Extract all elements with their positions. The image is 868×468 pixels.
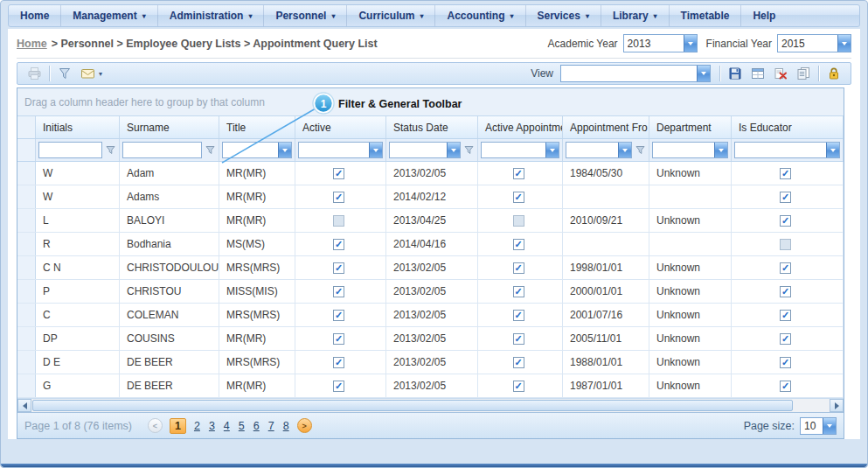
- clear-filter-icon[interactable]: [772, 65, 789, 82]
- active-checkbox[interactable]: ✓: [333, 381, 344, 392]
- page-size-value[interactable]: [801, 418, 823, 434]
- filter-combo-active-appointme[interactable]: [481, 142, 559, 158]
- active-appointme-checkbox[interactable]: ✓: [513, 333, 524, 345]
- active-checkbox[interactable]: ✓: [333, 262, 344, 274]
- is-educator-checkbox[interactable]: ✓: [780, 262, 791, 274]
- column-header-active-appointme[interactable]: Active Appointme: [478, 116, 563, 138]
- active-appointme-checkbox[interactable]: ✓: [513, 381, 524, 392]
- menu-item-library[interactable]: Library▾: [601, 5, 670, 26]
- pager-page-current[interactable]: 1: [170, 418, 186, 434]
- scroll-left-button[interactable]: [17, 399, 31, 412]
- active-appointme-checkbox[interactable]: ✓: [513, 192, 524, 203]
- chevron-down-icon[interactable]: [618, 143, 631, 157]
- chevron-down-icon[interactable]: [714, 143, 727, 157]
- active-appointme-checkbox[interactable]: ✓: [513, 168, 524, 179]
- active-checkbox[interactable]: ✓: [333, 192, 344, 203]
- menu-item-administration[interactable]: Administration▾: [158, 5, 265, 26]
- pager-page-link[interactable]: 5: [239, 420, 245, 432]
- chevron-down-icon[interactable]: [697, 66, 710, 81]
- menu-item-accounting[interactable]: Accounting▾: [435, 5, 525, 26]
- financial-year-value[interactable]: [778, 35, 837, 52]
- is-educator-checkbox[interactable]: ✓: [780, 286, 791, 297]
- row-indicator[interactable]: [17, 351, 36, 374]
- pager-page-link[interactable]: 2: [194, 420, 200, 432]
- active-checkbox[interactable]: ✓: [333, 168, 344, 179]
- save-icon[interactable]: [726, 65, 744, 82]
- filter-input-initials[interactable]: [38, 142, 102, 158]
- chevron-down-icon[interactable]: [545, 143, 559, 157]
- row-indicator[interactable]: [17, 185, 36, 208]
- is-educator-checkbox[interactable]: ✓: [780, 381, 791, 392]
- active-appointme-checkbox[interactable]: ✓: [513, 286, 524, 297]
- is-educator-checkbox[interactable]: ✓: [780, 357, 791, 368]
- menu-item-help[interactable]: Help: [741, 5, 787, 26]
- active-appointme-checkbox[interactable]: [513, 215, 524, 227]
- chevron-down-icon[interactable]: [826, 143, 839, 157]
- filter-combo-title[interactable]: [222, 142, 292, 158]
- chevron-down-icon[interactable]: [684, 35, 697, 52]
- report-icon[interactable]: [795, 65, 812, 82]
- active-checkbox[interactable]: ✓: [333, 310, 344, 321]
- filter-funnel-icon[interactable]: [635, 144, 646, 156]
- column-header-status-date[interactable]: Status Date: [386, 116, 478, 138]
- column-header-surname[interactable]: Surname: [120, 116, 219, 138]
- menu-item-services[interactable]: Services▾: [526, 5, 601, 26]
- is-educator-checkbox[interactable]: ✓: [780, 215, 791, 227]
- filter-input-status-date[interactable]: [390, 143, 447, 157]
- pager-page-link[interactable]: 4: [224, 420, 230, 432]
- is-educator-checkbox[interactable]: ✓: [780, 333, 791, 345]
- active-checkbox[interactable]: ✓: [333, 333, 344, 345]
- filter-combo-active[interactable]: [298, 142, 383, 158]
- row-indicator[interactable]: [17, 374, 36, 397]
- filter-input-active-appointme[interactable]: [482, 143, 545, 157]
- filter-icon[interactable]: [56, 65, 73, 82]
- financial-year-select[interactable]: [777, 34, 851, 52]
- is-educator-checkbox[interactable]: ✓: [780, 310, 791, 321]
- menu-item-timetable[interactable]: Timetable: [670, 5, 742, 26]
- academic-year-select[interactable]: [623, 34, 698, 52]
- column-header-title[interactable]: Title: [219, 116, 295, 138]
- academic-year-value[interactable]: [624, 35, 684, 52]
- chevron-down-icon[interactable]: [823, 418, 836, 434]
- chevron-down-icon[interactable]: [837, 35, 851, 52]
- menu-item-curriculum[interactable]: Curriculum▾: [347, 5, 435, 26]
- filter-input-is-educator[interactable]: [735, 143, 826, 157]
- row-indicator[interactable]: [17, 304, 36, 326]
- active-appointme-checkbox[interactable]: ✓: [513, 262, 524, 274]
- column-header-initials[interactable]: Initials: [36, 116, 120, 138]
- chevron-down-icon[interactable]: [278, 143, 291, 157]
- filter-combo-department[interactable]: [652, 142, 728, 158]
- active-appointme-checkbox[interactable]: ✓: [513, 357, 524, 368]
- active-appointme-checkbox[interactable]: ✓: [513, 239, 524, 250]
- filter-input-surname[interactable]: [122, 142, 202, 158]
- mail-icon[interactable]: [79, 65, 96, 82]
- is-educator-checkbox[interactable]: ✓: [780, 168, 791, 179]
- group-panel[interactable]: Drag a column header here to group by th…: [17, 88, 844, 116]
- view-select[interactable]: [560, 65, 711, 82]
- active-checkbox[interactable]: ✓: [333, 239, 344, 250]
- active-checkbox[interactable]: [333, 215, 344, 227]
- filter-input-department[interactable]: [653, 143, 714, 157]
- row-indicator[interactable]: [17, 327, 36, 350]
- scroll-right-button[interactable]: [830, 399, 844, 412]
- filter-combo-is-educator[interactable]: [734, 142, 840, 158]
- filter-input-title[interactable]: [223, 143, 278, 157]
- chevron-down-icon[interactable]: ▾: [99, 70, 102, 78]
- menu-item-management[interactable]: Management▾: [61, 5, 157, 26]
- filter-funnel-icon[interactable]: [463, 144, 475, 156]
- pager-page-link[interactable]: 3: [209, 420, 215, 432]
- pager-page-link[interactable]: 8: [283, 420, 289, 432]
- active-checkbox[interactable]: ✓: [333, 357, 344, 368]
- active-checkbox[interactable]: ✓: [333, 286, 344, 297]
- active-appointme-checkbox[interactable]: ✓: [513, 310, 524, 321]
- filter-combo-status-date[interactable]: [389, 142, 461, 158]
- pager-prev-button[interactable]: <: [148, 418, 163, 433]
- column-header-department[interactable]: Department: [649, 116, 732, 138]
- row-indicator[interactable]: [17, 233, 36, 255]
- chevron-down-icon[interactable]: [447, 143, 460, 157]
- filter-combo-appointment-fro[interactable]: [566, 142, 632, 158]
- page-size-select[interactable]: [800, 417, 837, 435]
- row-indicator[interactable]: [17, 256, 36, 279]
- chevron-down-icon[interactable]: [369, 143, 382, 157]
- row-indicator[interactable]: [17, 209, 36, 232]
